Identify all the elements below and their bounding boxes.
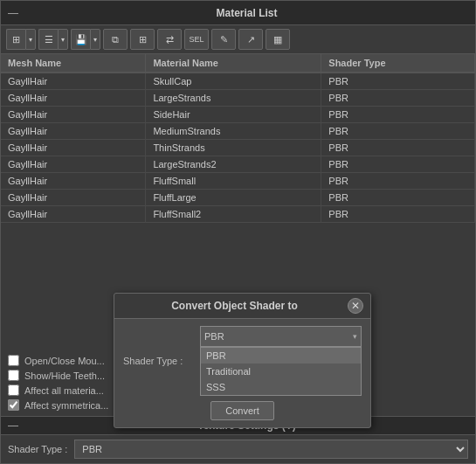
cell-shader: PBR [321,156,475,173]
cell-mesh: GayllHair [1,90,146,107]
toolbar: ⊞ ▾ ☰ ▾ 💾 ▾ ⧉ ⊞ ⇄ SEL ✎ ↗ ▦ [1,25,475,54]
arrow-btn[interactable]: ↗ [238,29,263,50]
cell-material: FluffSmall [146,173,321,190]
table-row[interactable]: GayllHair SideHair PBR [1,107,475,123]
modal-close-btn[interactable]: ✕ [348,298,363,314]
cell-shader: PBR [321,90,475,107]
cell-material: FluffSmall2 [146,206,321,223]
table-row[interactable]: GayllHair MediumStrands PBR [1,123,475,140]
save-btn-group[interactable]: 💾 ▾ [71,29,100,50]
table-view-btn[interactable]: ⊞ [130,29,155,50]
shader-type-label: Shader Type : [8,444,67,454]
panel-title: Material List [25,7,468,19]
cell-mesh: GayllHair [1,206,146,223]
cell-shader: PBR [321,123,475,140]
filter-btn-group[interactable]: ☰ ▾ [38,29,68,50]
material-table: Mesh Name Material Name Shader Type Gayl… [1,54,475,223]
table-header-row: Mesh Name Material Name Shader Type [1,54,475,73]
col-shader-type: Shader Type [321,54,475,73]
cell-shader: PBR [321,206,475,223]
sel-btn[interactable]: SEL [184,29,209,50]
col-material-name: Material Name [146,54,321,73]
cell-mesh: GayllHair [1,123,146,140]
table-row[interactable]: GayllHair ThinStrands PBR [1,140,475,156]
panel-header: — Material List [1,1,475,25]
col-mesh-name: Mesh Name [1,54,146,73]
texture-collapse-btn[interactable]: — [8,419,18,432]
modal-shader-dropdown[interactable]: PBR ▾ [200,326,362,347]
table-row[interactable]: GayllHair LargeStrands PBR [1,90,475,107]
cell-mesh: GayllHair [1,73,146,90]
cell-mesh: GayllHair [1,140,146,156]
dropdown-item-traditional[interactable]: Traditional [201,364,361,379]
copy-btn[interactable]: ⧉ [103,29,128,50]
modal-field-row: Shader Type : PBR ▾ PBR Traditional SSS [123,326,362,396]
table-row[interactable]: GayllHair FluffSmall PBR [1,173,475,190]
dropdown-item-pbr[interactable]: PBR [201,348,361,364]
cell-shader: PBR [321,140,475,156]
cell-material: LargeStrands [146,90,321,107]
cell-material: ThinStrands [146,140,321,156]
modal-convert-btn[interactable]: Convert [210,401,274,420]
table-row[interactable]: GayllHair SkullCap PBR [1,73,475,90]
modal-dropdown-list: PBR Traditional SSS [200,347,362,396]
cell-material: SideHair [146,107,321,123]
open-close-checkbox[interactable] [8,355,19,366]
cell-material: FluffLarge [146,190,321,206]
cell-mesh: GayllHair [1,190,146,206]
modal-shader-value: PBR [204,331,224,342]
grid-btn[interactable]: ▦ [266,29,290,50]
cell-mesh: GayllHair [1,156,146,173]
filter-arrow[interactable]: ▾ [58,29,68,50]
affect-symmetrical-checkbox[interactable] [8,399,19,411]
modal-header: Convert Object Shader to ✕ [114,294,370,319]
convert-shader-modal: Convert Object Shader to ✕ Shader Type :… [114,293,371,428]
dropdown-item-sss[interactable]: SSS [201,379,361,395]
affect-symmetrical-label: Affect symmetrica... [24,400,108,411]
modal-btn-row: Convert [123,401,362,420]
save-arrow[interactable]: ▾ [90,29,100,50]
cell-shader: PBR [321,107,475,123]
cell-shader: PBR [321,73,475,90]
select-mode-arrow[interactable]: ▾ [25,29,36,50]
cell-material: LargeStrands2 [146,156,321,173]
open-close-label: Open/Close Mou... [24,356,105,366]
modal-body: Shader Type : PBR ▾ PBR Traditional SSS … [114,319,370,427]
swap-btn[interactable]: ⇄ [157,29,182,50]
modal-title: Convert Object Shader to [121,300,348,312]
cell-material: MediumStrands [146,123,321,140]
affect-all-checkbox[interactable] [8,384,19,396]
panel-collapse-btn[interactable]: — [8,7,18,19]
save-btn[interactable]: 💾 [71,29,90,50]
affect-all-label: Affect all materia... [24,385,104,396]
cell-shader: PBR [321,190,475,206]
table-row[interactable]: GayllHair LargeStrands2 PBR [1,156,475,173]
cell-material: SkullCap [146,73,321,90]
modal-shader-label: Shader Type : [123,356,193,366]
shader-row: Shader Type : PBR [1,435,475,463]
select-mode-btn[interactable]: ⊞ [6,29,25,50]
cell-mesh: GayllHair [1,173,146,190]
show-hide-checkbox[interactable] [8,370,19,381]
filter-btn[interactable]: ☰ [38,29,58,50]
cell-shader: PBR [321,173,475,190]
modal-select-wrapper: PBR ▾ PBR Traditional SSS [200,326,362,396]
table-row[interactable]: GayllHair FluffLarge PBR [1,190,475,206]
pen-btn[interactable]: ✎ [211,29,236,50]
modal-dropdown-arrow: ▾ [353,332,357,341]
shader-type-select[interactable]: PBR [74,440,468,459]
cell-mesh: GayllHair [1,107,146,123]
select-mode-btn-group[interactable]: ⊞ ▾ [6,29,36,50]
show-hide-label: Show/Hide Teeth... [24,371,105,381]
table-row[interactable]: GayllHair FluffSmall2 PBR [1,206,475,223]
